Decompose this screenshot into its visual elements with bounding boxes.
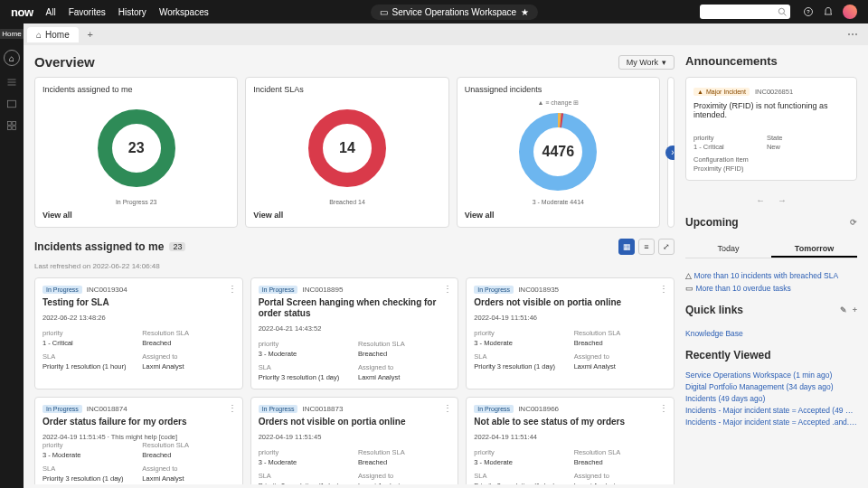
tab-add-button[interactable]: + <box>82 26 99 42</box>
rail-inbox-icon[interactable] <box>6 99 17 109</box>
upcoming-item[interactable]: More than 10 overdue tasks <box>695 284 790 293</box>
nav-all[interactable]: All <box>46 7 56 17</box>
incident-card[interactable]: In ProgressINC0018873 ⋮ Orders not visib… <box>250 397 459 484</box>
overview-heading: Overview <box>34 54 95 70</box>
workspace-selector[interactable]: ▭ Service Operations Workspace ★ <box>222 5 687 20</box>
card-menu-icon[interactable]: ⋮ <box>443 403 452 413</box>
upcoming-item[interactable]: More than 10 incidents with breached SLA <box>693 271 838 280</box>
announcements-heading: Announcements <box>685 54 857 68</box>
section-count-badge: 23 <box>169 242 185 251</box>
incident-title: Order status failure for my orders <box>42 417 235 427</box>
mywork-dropdown[interactable]: My Work ▾ <box>618 55 675 70</box>
tab-tomorrow[interactable]: Tomorrow <box>771 241 857 258</box>
card-menu-icon[interactable]: ⋮ <box>228 403 237 413</box>
carousel-next-icon[interactable]: › <box>665 145 675 160</box>
refresh-icon[interactable]: ⟳ <box>850 218 857 227</box>
incident-timestamp: 2022-04-21 14:43:52 <box>259 324 451 333</box>
incident-timestamp: 2022-04-19 11:51:44 <box>474 433 666 441</box>
recent-item[interactable]: Incidents - Major incident state = Accep… <box>685 406 857 415</box>
view-list-button[interactable]: ≡ <box>638 239 655 255</box>
svg-rect-10 <box>8 127 12 130</box>
incident-card[interactable]: In ProgressINC0019304 ⋮ Testing for SLA … <box>34 277 243 389</box>
tab-today[interactable]: Today <box>685 241 771 258</box>
announcement-pager: ← → <box>685 195 857 205</box>
overview-cards: Incidents assigned to me 23 In Progress … <box>34 77 675 228</box>
rail-list-icon[interactable] <box>6 77 17 88</box>
incident-title: Orders not visible on portia online <box>474 297 666 308</box>
incident-card[interactable]: In ProgressINC0018874 ⋮ Order status fai… <box>34 397 243 484</box>
ann-state: New <box>767 143 783 151</box>
donut-legend: Breached 14 <box>253 199 440 205</box>
card-menu-icon[interactable]: ⋮ <box>228 284 237 294</box>
incident-number: INC0018873 <box>302 405 343 413</box>
view-all-link[interactable]: View all <box>42 211 230 220</box>
announcement-text: Proximity (RFID) is not functioning as i… <box>693 101 849 119</box>
tab-more-icon[interactable]: ⋯ <box>847 28 864 41</box>
svg-rect-7 <box>8 100 16 108</box>
upcoming-tabs: Today Tomorrow <box>685 241 857 258</box>
announcement-card[interactable]: ▲ Major Incident INC0026851 Proximity (R… <box>685 77 857 181</box>
incident-timestamp: 2022-04-19 11:51:45 <box>259 433 451 441</box>
card-unassigned[interactable]: Unassigned incidents ▲ ≡ change ⊞ 4476 3… <box>457 77 660 228</box>
recent-item[interactable]: Digital Portfolio Management (34 days ag… <box>685 382 857 391</box>
nav-workspaces[interactable]: Workspaces <box>159 7 209 17</box>
left-rail: Home ⌂ <box>0 23 24 488</box>
incident-title: Portal Screen hanging when checking for … <box>259 297 451 319</box>
quicklinks-heading: Quick links <box>685 304 743 316</box>
ann-priority: 1 - Critical <box>693 143 749 151</box>
recent-item[interactable]: Incidents - Major incident state = Accep… <box>685 418 857 427</box>
bell-icon[interactable] <box>823 6 834 17</box>
rail-home-icon[interactable]: ⌂ <box>4 50 20 66</box>
state-pill: In Progress <box>259 286 298 294</box>
announcement-number: INC0026851 <box>755 88 793 96</box>
announcement-next-icon[interactable]: → <box>778 195 787 205</box>
search-input[interactable] <box>700 5 790 19</box>
ann-ci-label: Configuration item <box>693 155 749 164</box>
card-assigned[interactable]: Incidents assigned to me 23 In Progress … <box>34 77 238 228</box>
incident-number: INC0018895 <box>302 286 343 294</box>
view-all-link[interactable]: View all <box>253 211 440 220</box>
card-menu-icon[interactable]: ⋮ <box>443 284 452 294</box>
incident-title: Not able to see status of my orders <box>474 417 666 427</box>
announcement-prev-icon[interactable]: ← <box>756 195 765 205</box>
state-pill: In Progress <box>42 286 82 294</box>
star-icon[interactable]: ★ <box>521 7 529 17</box>
add-icon[interactable]: + <box>853 305 857 314</box>
svg-rect-9 <box>13 122 16 126</box>
view-expand-button[interactable]: ⤢ <box>658 239 675 255</box>
recent-heading: Recently Viewed <box>685 349 857 361</box>
quicklink-item[interactable]: Knowledge Base <box>685 329 857 338</box>
ann-state-label: State <box>767 134 783 142</box>
tab-home[interactable]: ⌂ Home <box>27 27 79 42</box>
home-icon: ⌂ <box>36 30 42 40</box>
rail-grid-icon[interactable] <box>6 120 17 131</box>
search-icon <box>778 7 787 16</box>
card-menu-icon[interactable]: ⋮ <box>659 403 668 413</box>
recent-item[interactable]: Incidents (49 days ago) <box>685 394 857 403</box>
incident-card[interactable]: In ProgressINC0018895 ⋮ Portal Screen ha… <box>250 277 459 389</box>
major-incident-tag: ▲ Major Incident <box>693 88 750 96</box>
card-menu-icon[interactable]: ⋮ <box>659 284 668 294</box>
incident-card[interactable]: In ProgressINC0018966 ⋮ Not able to see … <box>466 397 675 484</box>
svg-text:?: ? <box>807 9 810 14</box>
recent-item[interactable]: Service Operations Workspace (1 min ago) <box>685 371 857 380</box>
nav-history[interactable]: History <box>118 7 146 17</box>
chevron-down-icon: ▾ <box>662 58 666 67</box>
state-pill: In Progress <box>474 405 514 413</box>
card-title: Incidents assigned to me <box>42 85 230 94</box>
donut-legend: 3 - Moderate 4414 <box>465 199 652 205</box>
svg-rect-11 <box>13 127 16 130</box>
help-icon[interactable]: ? <box>803 6 814 17</box>
recent-list: Service Operations Workspace (1 min ago)… <box>685 371 857 427</box>
avatar[interactable] <box>843 5 857 19</box>
view-all-link[interactable]: View all <box>465 211 652 220</box>
card-slas[interactable]: Incident SLAs 14 Breached 14 View all <box>245 77 448 228</box>
view-grid-button[interactable]: ▦ <box>618 239 635 255</box>
nav-favorites[interactable]: Favorites <box>69 7 106 17</box>
donut-value: 14 <box>339 140 355 156</box>
svg-rect-8 <box>8 122 12 126</box>
incident-card[interactable]: In ProgressINC0018935 ⋮ Orders not visib… <box>466 277 675 389</box>
incident-timestamp: 2022-06-22 13:48:26 <box>42 314 235 322</box>
edit-icon[interactable]: ✎ <box>840 305 847 314</box>
incident-timestamp: 2022-04-19 11:51:45 · This might help [c… <box>42 433 235 483</box>
